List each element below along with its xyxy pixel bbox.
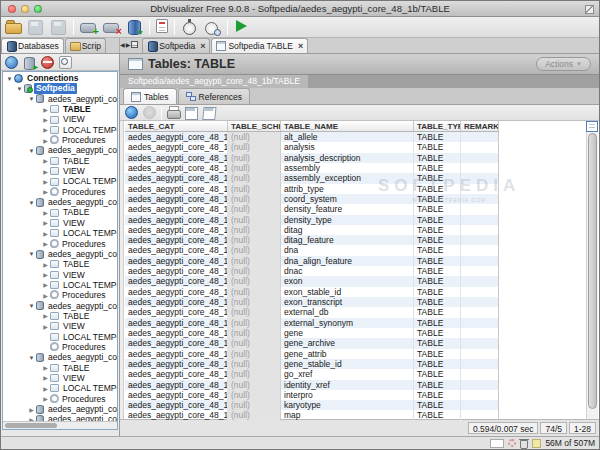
- tree-item[interactable]: TABLE: [3, 311, 117, 321]
- tree-toggle-icon[interactable]: [41, 259, 50, 269]
- tree-toggle-icon[interactable]: [27, 404, 36, 414]
- table-row[interactable]: aedes_aegypti_core_48_1b (null) go_xref …: [125, 369, 499, 379]
- column-header[interactable]: TABLE_NAME: [281, 121, 414, 131]
- tree-toggle-icon[interactable]: [41, 114, 50, 124]
- close-tab-icon[interactable]: [298, 41, 303, 51]
- tree-item[interactable]: Procedures: [3, 394, 117, 404]
- tree-scrollbar-thumb[interactable]: [5, 423, 57, 428]
- column-header[interactable]: REMARKS: [461, 121, 499, 131]
- table-row[interactable]: aedes_aegypti_core_48_1b (null) karyotyp…: [125, 400, 499, 410]
- actions-button[interactable]: Actions: [536, 57, 591, 71]
- tree-toggle-icon[interactable]: [27, 414, 36, 421]
- tree-item[interactable]: aedes_aegypti_core_5: [3, 197, 117, 207]
- tree-item[interactable]: Procedures: [3, 187, 117, 197]
- floppy-plus-icon[interactable]: [50, 18, 67, 35]
- tree-horizontal-scrollbar[interactable]: [3, 421, 117, 429]
- tree-item[interactable]: LOCAL TEMPORARY: [3, 125, 117, 135]
- open-folder-icon[interactable]: [5, 18, 21, 35]
- table-row[interactable]: aedes_aegypti_core_48_1b (null) dna_alig…: [125, 256, 499, 266]
- table-row[interactable]: aedes_aegypti_core_48_1b (null) dnac TAB…: [125, 266, 499, 276]
- print-icon[interactable]: [167, 106, 180, 119]
- tree-item[interactable]: Procedures: [3, 239, 117, 249]
- tree-toggle-icon[interactable]: [41, 321, 50, 331]
- tree-item[interactable]: TABLE: [3, 207, 117, 217]
- scroll-tabs-right-icon[interactable]: ▶: [126, 41, 131, 49]
- tab-softpedia-table[interactable]: Softpedia TABLE: [211, 38, 308, 53]
- tree-item[interactable]: TABLE: [3, 104, 117, 114]
- table-row[interactable]: aedes_aegypti_core_48_1b (null) attrib_t…: [125, 184, 499, 194]
- table-row[interactable]: aedes_aegypti_core_48_1b (null) density_…: [125, 204, 499, 214]
- grid-scrollbar-thumb[interactable]: [588, 133, 597, 409]
- tree-toggle-icon[interactable]: [41, 311, 50, 321]
- table-row[interactable]: aedes_aegypti_core_48_1b (null) ditag TA…: [125, 225, 499, 235]
- disconnect-icon[interactable]: [103, 18, 120, 35]
- tree-toggle-icon[interactable]: [41, 218, 50, 228]
- tree-toggle-icon[interactable]: [27, 301, 36, 311]
- sql-note-icon[interactable]: [156, 19, 168, 33]
- table-row[interactable]: aedes_aegypti_core_48_1b (null) dna TABL…: [125, 245, 499, 255]
- divider[interactable]: [149, 20, 150, 35]
- column-header[interactable]: TABLE_TYPE: [414, 121, 461, 131]
- tree-item[interactable]: VIEW: [3, 166, 117, 176]
- table-row[interactable]: aedes_aegypti_core_48_1b (null) analysis…: [125, 142, 499, 152]
- tab-references[interactable]: References: [178, 88, 250, 104]
- divider[interactable]: [73, 20, 74, 35]
- table-row[interactable]: aedes_aegypti_core_48_1b (null) density_…: [125, 215, 499, 225]
- table-row[interactable]: aedes_aegypti_core_48_1b (null) gene_att…: [125, 349, 499, 359]
- tree-toggle-icon[interactable]: [5, 73, 14, 83]
- reload-sphere-icon[interactable]: [125, 106, 138, 119]
- table-row[interactable]: aedes_aegypti_core_48_1b (null) gene TAB…: [125, 328, 499, 338]
- tree-item[interactable]: Procedures: [3, 290, 117, 300]
- tree-toggle-icon[interactable]: [41, 228, 50, 238]
- table-row[interactable]: aedes_aegypti_core_48_1b (null) assembly…: [125, 163, 499, 173]
- tree-toggle-icon[interactable]: [41, 280, 50, 290]
- tree-item[interactable]: aedes_aegypti_core_5: [3, 249, 117, 259]
- tree-toggle-icon[interactable]: [27, 94, 36, 104]
- tree-toggle-icon[interactable]: [41, 363, 50, 373]
- execute-icon[interactable]: [234, 18, 247, 35]
- tree-item[interactable]: aedes_aegypti_core_4: [3, 145, 117, 155]
- column-header[interactable]: TABLE_SCHEM: [228, 121, 281, 131]
- tree-toggle-icon[interactable]: [41, 156, 50, 166]
- tab-list-icon[interactable]: [131, 41, 138, 48]
- floppy-icon[interactable]: [27, 18, 44, 35]
- tree-item[interactable]: TABLE: [3, 363, 117, 373]
- table-row[interactable]: aedes_aegypti_core_48_1b (null) exon TAB…: [125, 276, 499, 286]
- tree-item[interactable]: aedes_aegypti_core_4: [3, 94, 117, 104]
- column-header[interactable]: TABLE_CAT: [125, 121, 228, 131]
- connect-add-icon[interactable]: [80, 18, 97, 35]
- connection-globe-icon[interactable]: [5, 56, 18, 69]
- table-row[interactable]: aedes_aegypti_core_48_1b (null) external…: [125, 318, 499, 328]
- tree-item[interactable]: TABLE: [3, 259, 117, 269]
- table-row[interactable]: aedes_aegypti_core_48_1b (null) interpro…: [125, 390, 499, 400]
- tree-item[interactable]: VIEW: [3, 321, 117, 331]
- tree-toggle-icon[interactable]: [41, 394, 50, 404]
- tree-item[interactable]: aedes_aegypti_core_: [3, 414, 117, 421]
- tree-item[interactable]: LOCAL TEMPORARY: [3, 228, 117, 238]
- tab-softpedia[interactable]: Softpedia: [142, 38, 210, 53]
- table-row[interactable]: aedes_aegypti_core_48_1b (null) map TABL…: [125, 410, 499, 420]
- table-row[interactable]: aedes_aegypti_core_48_1b (null) assembly…: [125, 173, 499, 183]
- tree-toggle-icon[interactable]: [15, 83, 24, 93]
- tree-toggle-icon[interactable]: [41, 135, 50, 145]
- scroll-tabs-left-icon[interactable]: ◀: [120, 41, 125, 49]
- describe-icon[interactable]: [185, 106, 198, 119]
- tree-item[interactable]: LOCAL TEMPORARY: [3, 383, 117, 393]
- table-row[interactable]: aedes_aegypti_core_48_1b (null) gene_sta…: [125, 359, 499, 369]
- grid-vertical-scrollbar[interactable]: [586, 132, 598, 419]
- record-circle-icon[interactable]: [508, 439, 516, 447]
- tree-item[interactable]: aedes_aegypti_core_5: [3, 301, 117, 311]
- tree-toggle-icon[interactable]: [41, 187, 50, 197]
- disconnect-red-icon[interactable]: [41, 56, 54, 69]
- tab-scripts[interactable]: Scrip: [65, 38, 106, 53]
- tree-item[interactable]: TABLE: [3, 156, 117, 166]
- table-row[interactable]: aedes_aegypti_core_48_1b (null) gene_arc…: [125, 338, 499, 348]
- table-row[interactable]: aedes_aegypti_core_48_1b (null) identity…: [125, 380, 499, 390]
- tree-toggle-icon[interactable]: [41, 166, 50, 176]
- table-row[interactable]: aedes_aegypti_core_48_1b (null) ditag_fe…: [125, 235, 499, 245]
- tree-item[interactable]: aedes_aegypti_core_5: [3, 404, 117, 414]
- tree-item[interactable]: aedes_aegypti_core_5: [3, 352, 117, 362]
- tree-toggle-icon[interactable]: [41, 290, 50, 300]
- tree-item[interactable]: VIEW: [3, 114, 117, 124]
- tree-toggle-icon[interactable]: [41, 239, 50, 249]
